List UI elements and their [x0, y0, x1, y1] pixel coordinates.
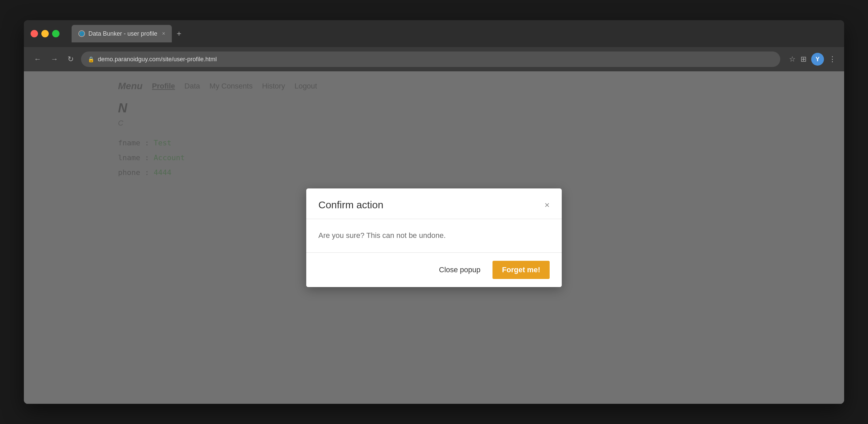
- new-tab-button[interactable]: +: [173, 29, 185, 38]
- close-traffic-light[interactable]: [31, 30, 38, 37]
- modal-body: Are you sure? This can not be undone.: [306, 219, 562, 253]
- bookmark-button[interactable]: ☆: [789, 55, 796, 64]
- title-bar: 🌐 Data Bunker - user profile × +: [24, 20, 844, 47]
- active-tab[interactable]: 🌐 Data Bunker - user profile ×: [72, 25, 172, 43]
- back-button[interactable]: ←: [32, 53, 43, 66]
- close-popup-button[interactable]: Close popup: [434, 262, 486, 278]
- tab-bar: 🌐 Data Bunker - user profile × +: [72, 25, 185, 43]
- modal-title: Confirm action: [318, 199, 383, 211]
- extensions-button[interactable]: ⊞: [800, 55, 806, 64]
- browser-window: 🌐 Data Bunker - user profile × + ← → ↻ 🔒…: [24, 20, 844, 404]
- modal-close-x-button[interactable]: ×: [545, 201, 550, 209]
- modal-footer: Close popup Forget me!: [306, 253, 562, 287]
- modal-header: Confirm action ×: [306, 189, 562, 219]
- minimize-traffic-light[interactable]: [41, 30, 49, 37]
- forget-me-button[interactable]: Forget me!: [493, 261, 550, 279]
- profile-avatar[interactable]: Y: [811, 53, 824, 66]
- modal-overlay: Confirm action × Are you sure? This can …: [24, 71, 844, 404]
- maximize-traffic-light[interactable]: [52, 30, 60, 37]
- forward-button[interactable]: →: [49, 53, 60, 66]
- address-text: demo.paranoidguy.com/site/user-profile.h…: [98, 56, 217, 63]
- confirm-modal: Confirm action × Are you sure? This can …: [306, 189, 562, 287]
- nav-bar: ← → ↻ 🔒 demo.paranoidguy.com/site/user-p…: [24, 47, 844, 71]
- page-content: Menu Profile Data My Consents History Lo…: [24, 71, 844, 404]
- traffic-lights: [31, 30, 60, 37]
- menu-button[interactable]: ⋮: [829, 55, 836, 64]
- lock-icon: 🔒: [88, 56, 94, 63]
- reload-button[interactable]: ↻: [66, 53, 75, 66]
- tab-close-button[interactable]: ×: [162, 31, 165, 37]
- modal-message: Are you sure? This can not be undone.: [318, 231, 550, 240]
- nav-actions: ☆ ⊞ Y ⋮: [789, 53, 836, 66]
- address-bar[interactable]: 🔒 demo.paranoidguy.com/site/user-profile…: [81, 52, 780, 67]
- tab-favicon: 🌐: [78, 30, 85, 37]
- tab-title: Data Bunker - user profile: [88, 30, 157, 37]
